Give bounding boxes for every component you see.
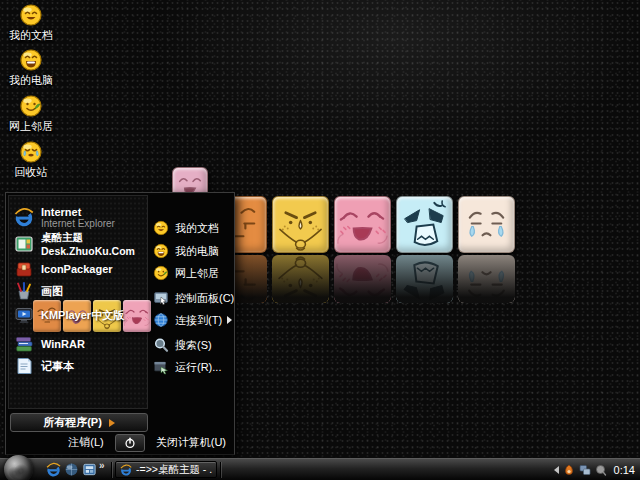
power-icon bbox=[124, 437, 136, 449]
desktop-icon-recycle-bin[interactable]: 回收站 bbox=[2, 140, 60, 180]
taskbar-clock[interactable]: 0:14 bbox=[614, 464, 635, 476]
quicklaunch-ie[interactable] bbox=[46, 462, 61, 477]
window-icon bbox=[82, 462, 97, 477]
taskbar: » -=>>桌酷主题 - ... 0:14 bbox=[0, 458, 640, 480]
ie-page-icon bbox=[120, 464, 132, 476]
item-label: 运行(R)... bbox=[175, 360, 221, 375]
start-menu-item-paint[interactable]: 画图 bbox=[14, 280, 145, 302]
start-menu-item-winrar[interactable]: WinRAR bbox=[14, 333, 145, 355]
desktop-icon-label: 我的文档 bbox=[2, 28, 60, 43]
smiley-cry-icon bbox=[19, 140, 43, 164]
submenu-arrow-icon bbox=[227, 316, 232, 324]
face-nervous-icon bbox=[273, 197, 328, 252]
start-menu: Internet Internet Explorer 桌酷主题Desk.Zhuo… bbox=[5, 192, 235, 455]
item-sublabel: Internet Explorer bbox=[41, 218, 115, 229]
item-label: 桌酷主题Desk.ZhuoKu.Com bbox=[41, 231, 145, 257]
iconpackager-box-icon bbox=[14, 259, 34, 279]
start-menu-item-run[interactable]: 运行(R)... bbox=[153, 357, 235, 377]
start-menu-item-iconpackager[interactable]: IconPackager bbox=[14, 258, 145, 280]
taskbar-task-button[interactable]: -=>>桌酷主题 - ... bbox=[115, 461, 217, 478]
item-label: WinRAR bbox=[41, 338, 85, 350]
smiley-grin-icon bbox=[19, 48, 43, 72]
tile-reflection bbox=[334, 255, 391, 303]
smiley-icon bbox=[153, 265, 169, 281]
taskbar-separator bbox=[111, 462, 112, 478]
start-menu-item-my-computer[interactable]: 我的电脑 bbox=[153, 241, 235, 261]
all-programs-arrow-icon bbox=[109, 419, 115, 427]
quicklaunch-browser[interactable] bbox=[64, 462, 79, 477]
run-window-icon bbox=[153, 359, 169, 375]
desktop-icon-my-computer[interactable]: 我的电脑 bbox=[2, 48, 60, 88]
item-label: 我的电脑 bbox=[175, 244, 219, 259]
all-programs-label: 所有程序(P) bbox=[43, 415, 102, 430]
all-programs-button[interactable]: 所有程序(P) bbox=[10, 413, 148, 432]
item-label: 我的文档 bbox=[175, 221, 219, 236]
start-menu-item-control-panel[interactable]: 控制面板(C) bbox=[153, 288, 235, 308]
face-crying-icon bbox=[459, 197, 514, 252]
wallpaper-tile-pink bbox=[334, 196, 391, 253]
search-magnifier-icon bbox=[153, 337, 169, 353]
start-menu-item-notepad[interactable]: 记事本 bbox=[14, 355, 145, 377]
tile-reflection bbox=[396, 255, 453, 303]
smiley-icon bbox=[153, 220, 169, 236]
taskbar-separator bbox=[220, 462, 221, 478]
desktop-icon-my-documents[interactable]: 我的文档 bbox=[2, 3, 60, 43]
paint-brushes-icon bbox=[14, 281, 34, 301]
tile-reflection bbox=[272, 255, 329, 303]
desktop: 我的文档 我的电脑 网上邻居 回收站 bbox=[0, 0, 640, 480]
wallpaper-tile-cream bbox=[458, 196, 515, 253]
theme-window-icon bbox=[14, 234, 34, 254]
face-laughing-icon bbox=[335, 197, 390, 252]
item-label: 搜索(S) bbox=[175, 338, 212, 353]
notepad-icon bbox=[14, 356, 34, 376]
start-button[interactable] bbox=[4, 455, 33, 480]
item-label: 网上邻居 bbox=[175, 266, 219, 281]
item-label: IconPackager bbox=[41, 263, 113, 275]
kmplayer-monitor-icon bbox=[14, 305, 34, 325]
start-menu-places-list: 我的文档 我的电脑 网上邻居 控制面板(C) 连接到(T) 搜索(S) bbox=[149, 195, 235, 433]
tile-reflection bbox=[458, 255, 515, 303]
desktop-icon-label: 我的电脑 bbox=[2, 73, 60, 88]
connect-globe-icon bbox=[153, 312, 169, 328]
start-menu-item-kmplayer[interactable]: KMPlayer中文版 bbox=[14, 304, 145, 326]
ie-icon bbox=[46, 462, 61, 477]
item-label: KMPlayer中文版 bbox=[41, 308, 124, 323]
tray-network-icon[interactable] bbox=[579, 464, 591, 476]
globe-icon bbox=[64, 462, 79, 477]
item-label: Internet bbox=[41, 206, 115, 218]
power-button[interactable] bbox=[115, 434, 145, 452]
start-menu-item-zhuoku-theme[interactable]: 桌酷主题Desk.ZhuoKu.Com bbox=[14, 233, 145, 255]
item-label: 连接到(T) bbox=[175, 313, 222, 328]
start-menu-footer: 注销(L) 关闭计算机(U) bbox=[6, 432, 234, 453]
start-menu-item-internet[interactable]: Internet Internet Explorer bbox=[14, 202, 145, 232]
start-menu-item-connect-to[interactable]: 连接到(T) bbox=[153, 310, 235, 330]
wallpaper-tile-yellow bbox=[272, 196, 329, 253]
desktop-icon-label: 网上邻居 bbox=[2, 119, 60, 134]
log-off-button[interactable]: 注销(L) bbox=[68, 435, 103, 450]
desktop-icon-label: 回收站 bbox=[2, 165, 60, 180]
smiley-wink-icon bbox=[19, 3, 43, 27]
item-label: 记事本 bbox=[41, 359, 74, 374]
tray-volume-icon[interactable] bbox=[595, 464, 607, 476]
desktop-icon-network-places[interactable]: 网上邻居 bbox=[2, 94, 60, 134]
system-tray: 0:14 bbox=[554, 459, 637, 480]
tray-collapse-arrow-icon[interactable] bbox=[554, 466, 559, 474]
shut-down-button[interactable]: 关闭计算机(U) bbox=[156, 435, 226, 450]
smiley-leaf-icon bbox=[19, 94, 43, 118]
item-label: 控制面板(C) bbox=[175, 291, 234, 306]
start-menu-item-network-places[interactable]: 网上邻居 bbox=[153, 263, 235, 283]
internet-explorer-icon bbox=[14, 207, 34, 227]
wallpaper-tile-blue bbox=[396, 196, 453, 253]
item-label: 画图 bbox=[41, 284, 63, 299]
smiley-icon bbox=[153, 243, 169, 259]
face-furious-icon bbox=[397, 197, 452, 252]
control-panel-icon bbox=[153, 290, 169, 306]
task-button-label: -=>>桌酷主题 - ... bbox=[136, 463, 212, 477]
start-menu-item-search[interactable]: 搜索(S) bbox=[153, 335, 235, 355]
start-menu-item-my-documents[interactable]: 我的文档 bbox=[153, 218, 235, 238]
quicklaunch-window[interactable] bbox=[82, 462, 97, 477]
quicklaunch-overflow-chevron[interactable]: » bbox=[99, 460, 104, 471]
start-menu-pinned-list: Internet Internet Explorer 桌酷主题Desk.Zhuo… bbox=[8, 195, 148, 409]
tray-orange-app-icon[interactable] bbox=[563, 464, 575, 476]
winrar-books-icon bbox=[14, 334, 34, 354]
